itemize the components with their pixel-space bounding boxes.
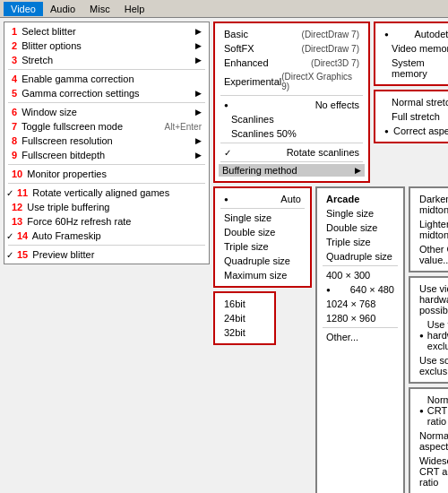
- separator-4: [8, 183, 205, 184]
- menu-item-triple-buf[interactable]: 12 Use triple buffering: [4, 200, 209, 214]
- gamma-panel: Darken midtones(1.25) Lighten midtones(0…: [409, 186, 448, 272]
- sep2: [220, 143, 363, 143]
- separator-3: [8, 164, 205, 165]
- sep: [220, 95, 363, 96]
- menu-item-auto-frame[interactable]: 14 Auto Frameskip: [4, 229, 209, 243]
- main-menu-list: 1 Select blitter▶ 2 Blitter options▶ 3 S…: [4, 22, 210, 264]
- menu-item-rotate[interactable]: 11 Rotate vertically aligned games: [4, 186, 209, 200]
- blitter-experimental[interactable]: Experimental(DirectX Graphics 9): [217, 70, 366, 93]
- menu-bar: Video Audio Misc Help: [0, 0, 448, 18]
- arcade-single[interactable]: Single size: [319, 206, 401, 221]
- arcade-triple[interactable]: Triple size: [319, 235, 401, 249]
- arcade-1024[interactable]: 1024 × 768: [319, 297, 401, 311]
- menu-item-monitor-props[interactable]: 10 Monitor properties: [4, 167, 209, 181]
- top-right: Basic(DirectDraw 7) SoftFX(DirectDraw 7)…: [213, 22, 448, 183]
- aspect-1610[interactable]: Widescreen LCD aspect ratio(16:10): [412, 489, 448, 493]
- size-single[interactable]: Single size: [217, 211, 308, 225]
- arcade-double[interactable]: Double size: [319, 221, 401, 235]
- blitter-auto-panel: Auto Single size Double size Triple size…: [213, 186, 312, 288]
- arcade-panel: Arcade Single size Double size Triple si…: [315, 186, 405, 493]
- right-panel: Basic(DirectDraw 7) SoftFX(DirectDraw 7)…: [213, 22, 448, 489]
- menu-item-preview-blitter[interactable]: 15 Preview blitter: [4, 247, 209, 262]
- arcade-quad[interactable]: Quadruple size: [319, 249, 401, 264]
- stretch-submenu: Normal stretch Full stretch Correct aspe…: [374, 90, 448, 143]
- effect-scanlines50[interactable]: Scanlines 50%: [217, 126, 366, 141]
- menu-video[interactable]: Video: [4, 2, 43, 16]
- arcade-1280[interactable]: 1280 × 960: [319, 311, 401, 325]
- menu-item-stretch[interactable]: 3 Stretch▶: [4, 53, 209, 67]
- main-content: 1 Select blitter▶ 2 Blitter options▶ 3 S…: [0, 18, 448, 493]
- effect-rotate-scanlines[interactable]: Rotate scanlines: [217, 145, 366, 160]
- gamma-lighten[interactable]: Lighten midtones(0.80): [412, 217, 448, 242]
- separator-5: [8, 245, 205, 246]
- bitdepth-panel: 16bit 24bit 32bit: [213, 291, 276, 345]
- menu-help[interactable]: Help: [117, 2, 152, 16]
- aspect-54[interactable]: Normal CRT aspect ratio(5:4): [412, 428, 448, 454]
- stretch-normal[interactable]: Normal stretch: [377, 95, 448, 109]
- arcade-640[interactable]: 640 × 480: [319, 282, 401, 297]
- menu-item-window-size[interactable]: 6 Window size▶: [4, 105, 209, 119]
- separator-2: [8, 102, 205, 103]
- blitter-submenu: Basic(DirectDraw 7) SoftFX(DirectDraw 7)…: [213, 22, 370, 183]
- arcade-400[interactable]: 400 × 300: [319, 268, 401, 282]
- right-column: Darken midtones(1.25) Lighten midtones(0…: [409, 186, 448, 493]
- blitter-size-panels: Auto Single size Double size Triple size…: [213, 186, 312, 493]
- gamma-other[interactable]: Other Gamma value...: [412, 242, 448, 267]
- size-auto[interactable]: Auto: [217, 192, 308, 206]
- blitter-softfx[interactable]: SoftFX(DirectDraw 7): [217, 41, 366, 56]
- buf-system-mem[interactable]: System memory: [377, 56, 448, 81]
- separator-1: [8, 69, 205, 70]
- size-maximum[interactable]: Maximum size: [217, 268, 308, 282]
- buffering-arrow: ▶: [355, 166, 361, 175]
- left-panel: 1 Select blitter▶ 2 Blitter options▶ 3 S…: [4, 22, 210, 489]
- aspect-panel: Normal CRT aspect ratio(4:3) Normal CRT …: [409, 387, 448, 493]
- hw-exclusive[interactable]: Use video hardware exclusively: [412, 317, 448, 353]
- blitter-enhanced[interactable]: Enhanced(Direct3D 7): [217, 56, 366, 70]
- menu-item-fullscreen-bit[interactable]: 9 Fullscreen bitdepth▶: [4, 148, 209, 162]
- arcade-other[interactable]: Other...: [319, 330, 401, 344]
- effect-none[interactable]: No effects: [217, 98, 366, 112]
- blitter-basic[interactable]: Basic(DirectDraw 7): [217, 27, 366, 41]
- effect-scanlines[interactable]: Scanlines: [217, 112, 366, 126]
- menu-item-gamma-enable[interactable]: 4 Enable gamma correction: [4, 72, 209, 86]
- sep2: [323, 327, 398, 328]
- aspect-43[interactable]: Normal CRT aspect ratio(4:3): [412, 393, 448, 428]
- menu-item-blitter-options[interactable]: 2 Blitter options▶: [4, 39, 209, 53]
- menu-audio[interactable]: Audio: [43, 2, 82, 16]
- buffering-label: Buffering method: [222, 165, 355, 176]
- hw-software[interactable]: Use software exclusively: [412, 353, 448, 378]
- menu-item-gamma-settings[interactable]: 5 Gamma correction settings▶: [4, 86, 209, 100]
- buf-autodetect[interactable]: Autodetect: [377, 27, 448, 41]
- buffering-method-row[interactable]: Buffering method ▶: [219, 164, 365, 177]
- menu-item-force60[interactable]: 13 Force 60Hz refresh rate: [4, 214, 209, 229]
- arcade-label: Arcade: [319, 192, 401, 206]
- menu-item-fullscreen-res[interactable]: 8 Fullscreen resolution▶: [4, 134, 209, 148]
- bit-24[interactable]: 24bit: [217, 311, 272, 325]
- right-sub-panels: Autodetect Video memory System memory No…: [374, 22, 448, 183]
- menu-item-fullscreen-toggle[interactable]: 7 Toggle fullscreen modeAlt+Enter: [4, 119, 209, 134]
- size-double[interactable]: Double size: [217, 225, 308, 239]
- sep: [323, 265, 398, 266]
- hw-possible[interactable]: Use video hardware when possible: [412, 281, 448, 317]
- size-quadruple[interactable]: Quadruple size: [217, 254, 308, 268]
- bottom-row: Auto Single size Double size Triple size…: [213, 186, 448, 493]
- gamma-darken[interactable]: Darken midtones(1.25): [412, 192, 448, 217]
- buf-video-mem[interactable]: Video memory: [377, 41, 448, 56]
- stretch-correct[interactable]: Correct aspect ratio: [377, 124, 448, 138]
- menu-misc[interactable]: Misc: [82, 2, 117, 16]
- stretch-full[interactable]: Full stretch: [377, 109, 448, 124]
- menu-item-select-blitter[interactable]: 1 Select blitter▶: [4, 24, 209, 39]
- sep: [220, 208, 305, 209]
- sep3: [220, 161, 363, 162]
- hw-panel: Use video hardware when possible Use vid…: [409, 276, 448, 384]
- size-triple[interactable]: Triple size: [217, 239, 308, 254]
- buffering-submenu: Autodetect Video memory System memory: [374, 22, 448, 86]
- bit-32[interactable]: 32bit: [217, 325, 272, 340]
- bit-16[interactable]: 16bit: [217, 297, 272, 311]
- aspect-169[interactable]: Widescreen CRT aspect ratio(16:9): [412, 454, 448, 489]
